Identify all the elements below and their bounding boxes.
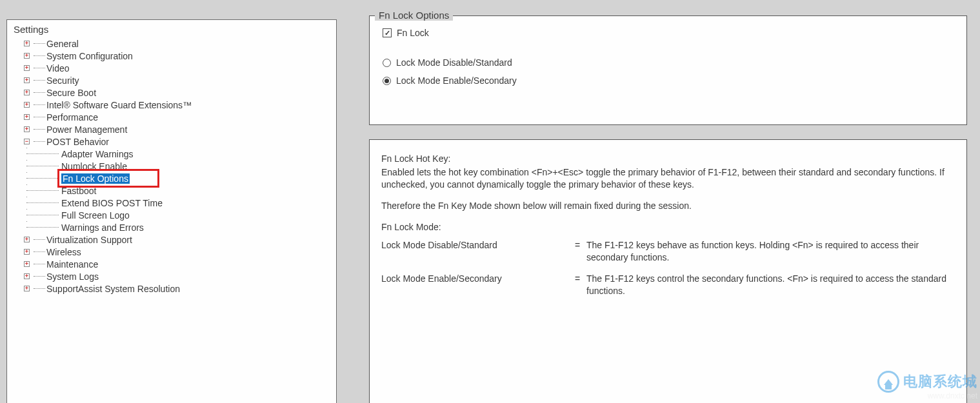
tree-item[interactable]: +SupportAssist System Resolution <box>7 282 336 295</box>
tree-child-label[interactable]: Full Screen Logo <box>61 210 130 221</box>
tree-item[interactable]: +Virtualization Support <box>7 233 336 246</box>
hotkey-title: Fn Lock Hot Key: <box>381 153 955 165</box>
mode-row-desc: The F1-F12 keys control the secondary fu… <box>586 273 955 297</box>
expand-icon[interactable]: + <box>24 77 30 83</box>
tree-item-label[interactable]: Intel® Software Guard Extensions™ <box>46 100 192 110</box>
mode-row-label: Lock Mode Disable/Standard <box>381 239 575 264</box>
fn-lock-checkbox-row[interactable]: ✓ Fn Lock <box>383 28 955 38</box>
expand-icon[interactable]: + <box>24 261 30 267</box>
fn-lock-checkbox-label: Fn Lock <box>397 28 429 38</box>
mode-row-enable: Lock Mode Enable/Secondary = The F1-F12 … <box>381 273 955 297</box>
expand-icon[interactable]: + <box>24 53 30 59</box>
tree-child-item[interactable]: Fastboot <box>7 184 336 197</box>
expand-icon[interactable]: + <box>24 249 30 255</box>
expand-icon[interactable]: + <box>24 102 30 108</box>
radio-label: Lock Mode Enable/Secondary <box>396 75 517 86</box>
tree-item-label[interactable]: Security <box>46 75 79 86</box>
tree-child-item[interactable]: Adapter Warnings <box>7 148 336 160</box>
tree-item[interactable]: +General <box>7 37 336 50</box>
tree-item-label[interactable]: Power Management <box>46 124 127 135</box>
tree-item[interactable]: +Performance <box>7 111 336 123</box>
tree-item[interactable]: +Secure Boot <box>7 86 336 99</box>
settings-tree-box: Settings +General+System Configuration+V… <box>6 19 337 403</box>
tree-item-label[interactable]: Wireless <box>46 247 81 257</box>
expand-icon[interactable]: + <box>24 286 30 291</box>
expand-icon[interactable]: + <box>24 237 30 242</box>
details-panel: Fn Lock Options ✓ Fn Lock Lock Mode Disa… <box>356 0 980 403</box>
radio-disable-standard[interactable]: Lock Mode Disable/Standard <box>383 57 955 68</box>
tree-item-label[interactable]: Maintenance <box>46 259 98 270</box>
tree-item[interactable]: +System Configuration <box>7 50 336 62</box>
description-fieldset: Fn Lock Hot Key: Enabled lets the hot ke… <box>369 139 967 403</box>
tree-child-item[interactable]: Warnings and Errors <box>7 221 336 233</box>
tree-item-label[interactable]: System Logs <box>46 271 99 282</box>
therefore-para: Therefore the Fn Key Mode shown below wi… <box>381 200 955 212</box>
tree-root-label: Settings <box>7 20 336 37</box>
mode-row-eq: = <box>575 273 586 297</box>
tree-item-label[interactable]: POST Behavior <box>46 137 109 147</box>
settings-tree-panel: Settings +General+System Configuration+V… <box>0 0 356 403</box>
tree-item-label[interactable]: General <box>46 39 79 49</box>
radio-icon[interactable] <box>383 59 391 67</box>
checkbox-icon[interactable]: ✓ <box>383 28 392 37</box>
expand-icon[interactable]: + <box>24 90 30 95</box>
tree-child-item[interactable]: Extend BIOS POST Time <box>7 197 336 209</box>
tree-item[interactable]: +Intel® Software Guard Extensions™ <box>7 99 336 111</box>
expand-icon[interactable]: + <box>24 273 30 279</box>
tree-item-label[interactable]: Virtualization Support <box>46 235 132 245</box>
tree-item-label[interactable]: SupportAssist System Resolution <box>46 284 180 294</box>
tree-item[interactable]: +Video <box>7 62 336 74</box>
tree-item[interactable]: +Maintenance <box>7 258 336 270</box>
radio-label: Lock Mode Disable/Standard <box>396 57 512 68</box>
tree-item[interactable]: −POST Behavior <box>7 135 336 148</box>
tree-item-label[interactable]: Performance <box>46 112 98 123</box>
mode-row-label: Lock Mode Enable/Secondary <box>381 273 575 297</box>
mode-row-eq: = <box>575 239 586 264</box>
tree-child-label[interactable]: Extend BIOS POST Time <box>61 198 163 208</box>
radio-enable-secondary[interactable]: Lock Mode Enable/Secondary <box>383 75 955 86</box>
tree-child-item[interactable]: Numlock Enable <box>7 160 336 172</box>
expand-icon[interactable]: + <box>24 41 30 46</box>
tree-child-item[interactable]: Full Screen Logo <box>7 209 336 221</box>
tree-child-label[interactable]: Numlock Enable <box>61 161 127 172</box>
fn-lock-options-fieldset: Fn Lock Options ✓ Fn Lock Lock Mode Disa… <box>369 15 967 125</box>
mode-title: Fn Lock Mode: <box>381 221 955 233</box>
settings-tree: +General+System Configuration+Video+Secu… <box>7 37 336 295</box>
fieldset-legend: Fn Lock Options <box>375 10 453 21</box>
tree-child-label[interactable]: Fn Lock Options <box>61 173 130 184</box>
tree-item[interactable]: +Wireless <box>7 246 336 258</box>
tree-item[interactable]: +Power Management <box>7 123 336 135</box>
collapse-icon[interactable]: − <box>24 139 30 144</box>
tree-child-label[interactable]: Adapter Warnings <box>61 149 134 159</box>
tree-item[interactable]: +System Logs <box>7 270 336 282</box>
expand-icon[interactable]: + <box>24 126 30 132</box>
mode-row-disable: Lock Mode Disable/Standard = The F1-F12 … <box>381 239 955 264</box>
tree-child-label[interactable]: Warnings and Errors <box>61 222 144 233</box>
tree-child-label[interactable]: Fastboot <box>61 186 96 196</box>
radio-icon[interactable] <box>383 77 391 85</box>
expand-icon[interactable]: + <box>24 65 30 71</box>
expand-icon[interactable]: + <box>24 114 30 120</box>
tree-item[interactable]: +Security <box>7 74 336 86</box>
mode-row-desc: The F1-F12 keys behave as function keys.… <box>586 239 955 264</box>
tree-item-label[interactable]: System Configuration <box>46 51 133 61</box>
tree-item-label[interactable]: Video <box>46 63 70 74</box>
hotkey-para: Enabled lets the hot key combination <Fn… <box>381 166 955 191</box>
tree-child-item[interactable]: Fn Lock Options <box>7 172 336 184</box>
tree-item-label[interactable]: Secure Boot <box>46 88 96 98</box>
